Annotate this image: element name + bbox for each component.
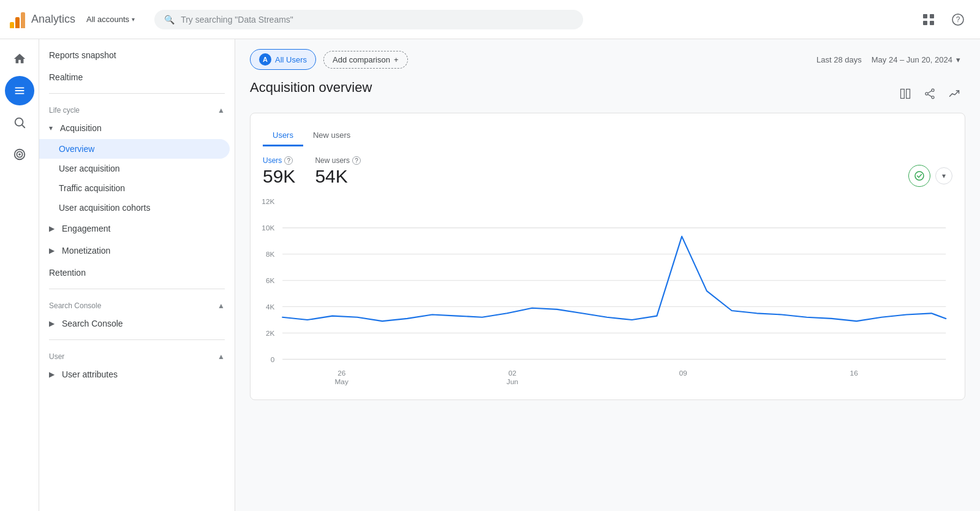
- metric-new-users-label: New users ?: [315, 156, 361, 165]
- dropdown-icon-btn[interactable]: ▾: [935, 167, 952, 184]
- page-title: Acquisition overview: [250, 80, 372, 96]
- svg-text:26: 26: [337, 369, 346, 377]
- tab-users[interactable]: Users: [263, 126, 303, 146]
- svg-text:4K: 4K: [266, 303, 275, 311]
- chart-tabs: Users New users: [263, 126, 952, 146]
- new-users-help-icon[interactable]: ?: [352, 156, 361, 165]
- main-content: A All Users Add comparison + Last 28 day…: [235, 39, 980, 511]
- section-lifecycle[interactable]: Life cycle ▲: [39, 99, 235, 117]
- svg-rect-12: [907, 89, 910, 99]
- sidebar-item-user-acquisition-cohorts[interactable]: User acquisition cohorts: [39, 198, 235, 218]
- expand-icon: ▾: [49, 124, 53, 132]
- svg-text:6K: 6K: [266, 276, 275, 284]
- svg-text:?: ?: [956, 15, 960, 24]
- sidebar-icon-target[interactable]: [5, 140, 34, 169]
- metric-new-users-value: 54K: [315, 166, 361, 187]
- section-user[interactable]: User ▲: [39, 345, 235, 363]
- svg-text:12K: 12K: [262, 197, 274, 205]
- sidebar-item-traffic-acquisition[interactable]: Traffic acquisition: [39, 178, 235, 198]
- sidebar-icon-reports[interactable]: [5, 76, 34, 105]
- search-icon: 🔍: [164, 15, 175, 25]
- nav-divider-1: [49, 93, 225, 94]
- svg-point-15: [932, 96, 934, 99]
- logo-area: Analytics All accounts ▾: [10, 11, 140, 28]
- metrics-row: Users ? 59K New users ? 54K: [263, 156, 952, 187]
- topbar: Analytics All accounts ▾ 🔍 ?: [0, 0, 980, 39]
- filter-left: A All Users Add comparison +: [250, 49, 408, 70]
- all-users-label: All Users: [275, 55, 307, 64]
- sidebar-item-realtime[interactable]: Realtime: [39, 66, 235, 88]
- account-switcher[interactable]: All accounts ▾: [81, 12, 140, 26]
- svg-point-18: [915, 172, 924, 180]
- sidebar-item-monetization[interactable]: ▶ Monetization: [39, 240, 235, 262]
- svg-text:Jun: Jun: [507, 377, 518, 385]
- search-box[interactable]: 🔍: [154, 10, 583, 29]
- apps-icon[interactable]: [916, 7, 941, 32]
- nav-divider-3: [49, 339, 225, 340]
- metric-users-value: 59K: [263, 166, 295, 187]
- sidebar-item-acquisition[interactable]: ▾ Acquisition: [39, 117, 235, 139]
- svg-line-17: [928, 94, 932, 96]
- help-icon[interactable]: ?: [946, 7, 970, 32]
- svg-text:May: May: [335, 377, 349, 385]
- sidebar-item-search-console[interactable]: ▶ Search Console: [39, 312, 235, 335]
- analytics-logo-icon: [10, 11, 25, 28]
- tab-new-users[interactable]: New users: [303, 126, 360, 146]
- collapse-icon-user: ▲: [217, 352, 225, 361]
- sidebar-item-overview[interactable]: Overview: [39, 139, 230, 159]
- svg-rect-11: [901, 89, 905, 99]
- add-comparison-chip[interactable]: Add comparison +: [323, 51, 408, 69]
- chart-container: 0 2K 4K 6K 8K 10K 12K 26 May 02 Jun 09 1…: [263, 202, 952, 387]
- collapse-icon-sc: ▲: [217, 301, 225, 310]
- logo-title: Analytics: [31, 13, 75, 26]
- sidebar-item-engagement[interactable]: ▶ Engagement: [39, 218, 235, 240]
- sidebar-icon-explore[interactable]: [5, 108, 34, 137]
- expand-icon-monetization: ▶: [49, 246, 55, 255]
- sidebar-item-user-attributes[interactable]: ▶ User attributes: [39, 363, 235, 385]
- svg-rect-1: [930, 14, 934, 18]
- metric-users: Users ? 59K: [263, 156, 295, 187]
- chevron-down-icon: ▾: [132, 16, 135, 23]
- sidebar-item-retention[interactable]: Retention: [39, 262, 235, 284]
- all-users-avatar: A: [259, 53, 271, 66]
- svg-rect-0: [923, 14, 927, 18]
- svg-line-7: [22, 125, 24, 127]
- date-range-picker[interactable]: May 24 – Jun 20, 2024 ▾: [867, 53, 965, 67]
- reports-snapshot-label: Reports snapshot: [49, 50, 116, 60]
- users-help-icon[interactable]: ?: [284, 156, 293, 165]
- section-header-row: Acquisition overview: [250, 80, 965, 108]
- date-range-preset: Last 28 days: [816, 55, 862, 64]
- svg-text:16: 16: [850, 369, 859, 377]
- collapse-icon: ▲: [217, 106, 225, 115]
- filter-bar: A All Users Add comparison + Last 28 day…: [250, 49, 965, 70]
- sidebar-item-user-acquisition[interactable]: User acquisition: [39, 159, 235, 178]
- chevron-down-date: ▾: [956, 55, 960, 64]
- share-icon-btn[interactable]: [919, 83, 941, 105]
- svg-point-10: [18, 153, 21, 156]
- svg-line-16: [928, 91, 932, 93]
- chart-card: Users New users Users ? 59K New use: [250, 113, 965, 400]
- app-layout: Reports snapshot Realtime Life cycle ▲ ▾…: [0, 39, 980, 511]
- expand-icon-sc: ▶: [49, 319, 55, 328]
- chevron-down-chart: ▾: [942, 172, 946, 180]
- trend-icon-btn[interactable]: [943, 83, 965, 105]
- realtime-label: Realtime: [49, 72, 83, 82]
- section-toolbar: [894, 83, 965, 105]
- nav-divider-2: [49, 289, 225, 289]
- line-chart-svg: 0 2K 4K 6K 8K 10K 12K 26 May 02 Jun 09 1…: [263, 202, 952, 385]
- sidebar-item-reports-snapshot[interactable]: Reports snapshot: [39, 44, 235, 66]
- svg-point-13: [932, 89, 934, 91]
- svg-text:02: 02: [508, 369, 516, 377]
- date-range-value: May 24 – Jun 20, 2024: [872, 55, 952, 64]
- filter-right: Last 28 days May 24 – Jun 20, 2024 ▾: [816, 53, 965, 67]
- check-icon-btn[interactable]: [908, 165, 930, 187]
- expand-icon-ua: ▶: [49, 370, 55, 379]
- compare-icon-btn[interactable]: [894, 83, 916, 105]
- section-search-console[interactable]: Search Console ▲: [39, 294, 235, 312]
- sidebar-icon-home[interactable]: [5, 44, 34, 74]
- search-input[interactable]: [181, 15, 573, 25]
- add-icon: +: [394, 55, 399, 64]
- all-users-chip[interactable]: A All Users: [250, 49, 316, 70]
- account-label: All accounts: [86, 15, 129, 24]
- svg-rect-3: [930, 21, 934, 25]
